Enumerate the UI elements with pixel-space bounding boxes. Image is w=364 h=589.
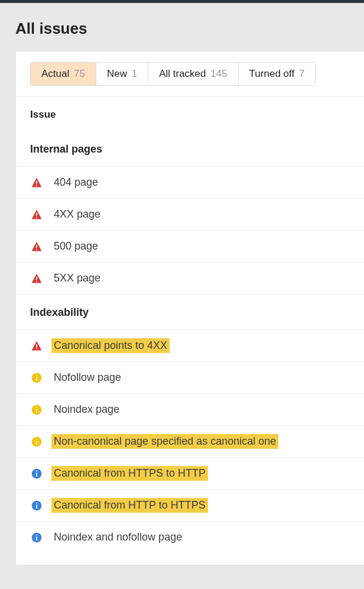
alert-triangle-icon [30,240,43,253]
tab-count: 7 [299,68,304,79]
issue-row[interactable]: Canonical points to 4XX [16,330,364,362]
issue-label: 404 page [51,175,100,190]
issues-panel: Actual 75New 1All tracked 145Turned off … [15,51,364,565]
tab-new[interactable]: New 1 [96,63,148,85]
tab-label: Turned off [249,68,295,79]
tab-count: 75 [74,68,85,79]
svg-rect-23 [36,503,37,504]
svg-rect-12 [36,377,37,381]
issue-row[interactable]: Nofollow page [16,362,364,394]
issue-row[interactable]: Non-canonical page specified as canonica… [16,426,364,458]
issue-row[interactable]: 5XX page [16,263,364,294]
svg-rect-8 [36,344,37,347]
svg-rect-6 [36,276,37,280]
svg-rect-21 [36,473,37,477]
tab-turned-off[interactable]: Turned off 7 [239,63,316,85]
issue-row[interactable]: 404 page [16,167,364,199]
info-circle-warn-icon [30,403,43,416]
issue-label: 500 page [51,239,100,254]
svg-rect-18 [36,441,37,445]
issue-label: Non-canonical page specified as canonica… [51,434,278,449]
tab-label: All tracked [159,68,206,79]
tab-label: Actual [41,68,69,79]
issue-row[interactable]: Canonical from HTTP to HTTPS [16,490,364,522]
issue-row[interactable]: Noindex page [16,394,364,426]
svg-rect-20 [36,471,37,472]
svg-rect-0 [36,180,37,184]
issue-row[interactable]: Noindex and nofollow page [16,522,364,553]
issue-groups: Internal pages 404 page 4XX page 500 pag… [16,131,364,553]
tab-label: New [107,68,127,79]
group-header: Internal pages [16,131,364,167]
svg-rect-7 [36,280,37,281]
issue-row[interactable]: 500 page [16,231,364,263]
info-circle-icon [30,499,43,512]
svg-rect-1 [36,185,37,186]
alert-triangle-icon [30,176,43,189]
svg-rect-26 [36,535,37,536]
svg-rect-3 [36,216,37,218]
issue-label: Canonical from HTTP to HTTPS [51,498,208,513]
issue-row[interactable]: 4XX page [16,199,364,231]
svg-rect-27 [36,536,37,541]
issue-label: 4XX page [51,207,103,222]
tab-count: 1 [132,68,137,79]
svg-rect-17 [36,439,37,440]
info-circle-warn-icon [30,435,43,448]
alert-triangle-icon [30,272,43,285]
issue-label: Canonical from HTTPS to HTTP [51,466,208,481]
issue-label: 5XX page [51,271,103,286]
page-title: All issues [0,3,364,51]
tabs: Actual 75New 1All tracked 145Turned off … [30,62,316,86]
svg-rect-2 [36,212,37,216]
tab-count: 145 [210,68,227,79]
info-circle-icon [30,531,43,544]
group-header: Indexability [16,294,364,330]
svg-rect-24 [36,504,37,509]
svg-rect-11 [36,375,37,376]
issue-label: Noindex and nofollow page [51,530,184,545]
issue-label: Canonical points to 4XX [51,338,170,353]
svg-rect-15 [36,409,37,413]
info-circle-icon [30,467,43,480]
column-header-issue: Issue [16,97,364,131]
svg-rect-9 [36,348,37,349]
svg-rect-5 [36,248,37,250]
svg-rect-14 [36,407,37,408]
alert-triangle-icon [30,339,43,352]
issue-row[interactable]: Canonical from HTTPS to HTTP [16,458,364,490]
issue-label: Nofollow page [51,370,124,385]
info-circle-warn-icon [30,371,43,384]
tab-actual[interactable]: Actual 75 [31,63,96,85]
svg-rect-4 [36,244,37,248]
tabs-container: Actual 75New 1All tracked 145Turned off … [16,51,364,97]
tab-all-tracked[interactable]: All tracked 145 [148,63,238,85]
issue-label: Noindex page [51,402,122,417]
alert-triangle-icon [30,208,43,221]
